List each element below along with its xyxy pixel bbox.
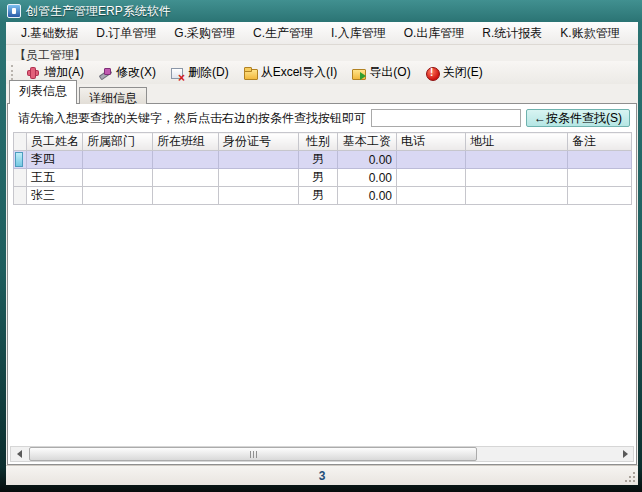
table-row[interactable]: 李四 男 0.00: [14, 151, 632, 169]
scrollbar-thumb[interactable]: [29, 447, 477, 461]
tab-strip: 列表信息 详细信息: [6, 84, 638, 104]
window-title: 创管生产管理ERP系统软件: [26, 3, 171, 20]
col-id-number[interactable]: 身份证号: [219, 133, 299, 151]
app-window: 创管生产管理ERP系统软件 J.基础数据 D.订单管理 G.采购管理 C.生产管…: [0, 0, 642, 492]
toolbar-gripper[interactable]: [11, 65, 14, 80]
row-selector[interactable]: [14, 187, 27, 205]
search-hint: 请先输入想要查找的关键字，然后点击右边的按条件查找按钮即可: [18, 110, 366, 127]
import-excel-icon: [243, 66, 257, 80]
export-button[interactable]: 导出(O): [345, 61, 416, 84]
col-base-salary[interactable]: 基本工资: [338, 133, 397, 151]
col-employee-name[interactable]: 员工姓名: [27, 133, 83, 151]
title-bar[interactable]: 创管生产管理ERP系统软件: [0, 0, 642, 22]
group-label: 【员工管理】: [6, 45, 638, 61]
find-by-condition-button[interactable]: ←按条件查找(S): [526, 109, 630, 127]
close-icon: [425, 66, 439, 80]
tab-detail-info[interactable]: 详细信息: [79, 87, 147, 104]
list-info-panel: 请先输入想要查找的关键字，然后点击右边的按条件查找按钮即可 ←按条件查找(S) …: [7, 103, 637, 465]
table-row[interactable]: 张三 男 0.00: [14, 187, 632, 205]
col-note[interactable]: 备注: [568, 133, 632, 151]
menu-report-stats[interactable]: R.统计报表: [473, 22, 551, 44]
add-icon: [26, 66, 40, 80]
selected-row-indicator: [15, 152, 23, 167]
horizontal-scrollbar[interactable]: [10, 446, 634, 462]
record-count: 3: [319, 469, 326, 483]
table-row[interactable]: 王五 男 0.00: [14, 169, 632, 187]
menu-system-mgmt[interactable]: S.系统管理: [629, 22, 638, 44]
employee-grid: 员工姓名 所属部门 所在班组 身份证号 性别 基本工资 电话 地址 备注: [13, 132, 632, 205]
menu-order-mgmt[interactable]: D.订单管理: [87, 22, 165, 44]
delete-button[interactable]: 删除(D): [164, 61, 235, 84]
modify-button[interactable]: 修改(X): [92, 61, 162, 84]
col-team[interactable]: 所在班组: [153, 133, 219, 151]
status-bar: 3: [6, 465, 638, 485]
tab-list-info[interactable]: 列表信息: [9, 80, 77, 104]
col-gender[interactable]: 性别: [299, 133, 338, 151]
edit-icon: [98, 66, 112, 80]
col-address[interactable]: 地址: [466, 133, 568, 151]
import-excel-button[interactable]: 从Excel导入(I): [237, 61, 344, 84]
menu-inbound-mgmt[interactable]: I.入库管理: [322, 22, 395, 44]
menu-basic-data[interactable]: J.基础数据: [12, 22, 87, 44]
delete-icon: [170, 66, 184, 80]
resize-grip-icon[interactable]: [623, 470, 636, 483]
row-selector[interactable]: [14, 151, 27, 169]
col-department[interactable]: 所属部门: [83, 133, 153, 151]
menu-bar: J.基础数据 D.订单管理 G.采购管理 C.生产管理 I.入库管理 O.出库管…: [6, 22, 638, 45]
search-row: 请先输入想要查找的关键字，然后点击右边的按条件查找按钮即可 ←按条件查找(S): [8, 104, 636, 129]
scroll-left-button[interactable]: [11, 447, 27, 461]
toolbar: 增加(A) 修改(X) 删除(D) 从Excel导入(I) 导出(O) 关闭(E…: [6, 61, 638, 84]
close-button[interactable]: 关闭(E): [419, 61, 489, 84]
app-icon: [7, 4, 21, 18]
left-arrow-icon: [17, 450, 22, 458]
row-selector-header[interactable]: [14, 133, 27, 151]
client-area: J.基础数据 D.订单管理 G.采购管理 C.生产管理 I.入库管理 O.出库管…: [6, 22, 638, 485]
menu-account-mgmt[interactable]: K.账款管理: [551, 22, 628, 44]
search-input[interactable]: [371, 109, 521, 127]
right-arrow-icon: [623, 450, 628, 458]
menu-production-mgmt[interactable]: C.生产管理: [244, 22, 322, 44]
menu-purchase-mgmt[interactable]: G.采购管理: [165, 22, 244, 44]
scrollbar-track[interactable]: [27, 447, 617, 461]
scroll-right-button[interactable]: [617, 447, 633, 461]
col-phone[interactable]: 电话: [397, 133, 466, 151]
menu-outbound-mgmt[interactable]: O.出库管理: [395, 22, 474, 44]
row-selector[interactable]: [14, 169, 27, 187]
grid-header-row: 员工姓名 所属部门 所在班组 身份证号 性别 基本工资 电话 地址 备注: [14, 133, 632, 151]
export-icon: [351, 66, 365, 80]
